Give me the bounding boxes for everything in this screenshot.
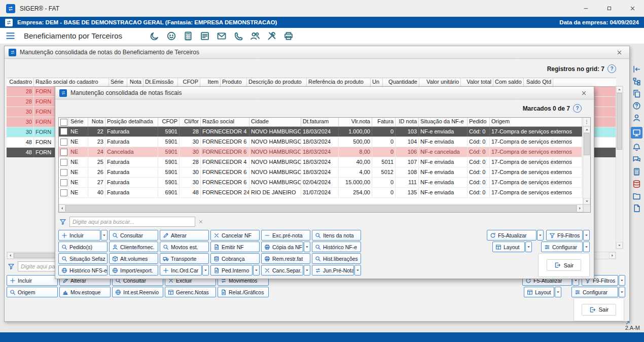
table-row[interactable]: NE24Cancelada590130FORNECEDOR 6NOVO HAMB…	[59, 147, 582, 157]
support-icon[interactable]	[166, 31, 176, 41]
col-clifor[interactable]: Cli/for	[180, 118, 201, 126]
scroll-up-button[interactable]	[616, 86, 623, 93]
transporte-button[interactable]: Transporte	[160, 253, 209, 264]
table-row[interactable]: NE27Faturada590130FORNECEDOR 6NOVO HAMBU…	[59, 178, 582, 188]
col-serie[interactable]: Série	[69, 118, 88, 126]
inc-ord-car-button[interactable]: Inc.Ord.Car	[160, 265, 202, 276]
pedido-s-button[interactable]: Pedido(s)	[58, 242, 108, 252]
menu-button[interactable]	[5, 30, 16, 41]
canc-separ-button[interactable]: Canc.Separ.	[261, 265, 303, 276]
alterar-button[interactable]: Alterar	[160, 230, 209, 241]
col-descricao[interactable]: Descrição do produto	[247, 78, 307, 86]
int-est-reenvio-button[interactable]: Int.est.Reenvio	[112, 287, 163, 297]
row-checkbox[interactable]	[60, 189, 67, 196]
help-icon[interactable]: ?	[607, 64, 616, 73]
scrollbar-thumb[interactable]	[617, 93, 622, 150]
org-structure-icon[interactable]	[632, 77, 641, 86]
scroll-right-button[interactable]	[609, 252, 616, 259]
row-checkbox[interactable]	[60, 149, 67, 156]
col-razao[interactable]: Razão social do cadastro	[34, 78, 109, 86]
copia-da-nf-dropdown[interactable]	[304, 242, 310, 252]
maximize-button[interactable]	[597, 0, 621, 17]
table-row[interactable]: NE25Faturada590128FORNECEDOR 4NOVO HAMBU…	[59, 157, 582, 167]
column-options-button[interactable]	[583, 118, 590, 126]
reports-icon[interactable]	[632, 204, 641, 213]
col-pedido[interactable]: Pedido	[468, 118, 490, 126]
minimize-button[interactable]	[574, 0, 597, 17]
scroll-left-button[interactable]	[59, 204, 65, 212]
moon-icon[interactable]	[150, 31, 160, 41]
col-nota[interactable]: Nota	[88, 118, 105, 126]
scroll-down-button[interactable]	[583, 198, 590, 204]
configurar-dropdown[interactable]	[583, 242, 590, 252]
col-idnota[interactable]: ID nota	[396, 118, 419, 126]
vertical-scrollbar[interactable]	[583, 118, 590, 204]
scroll-left-button[interactable]	[7, 252, 14, 259]
rem-restr-fat-button[interactable]: Rem.restr.fat	[261, 253, 310, 264]
scroll-up-button[interactable]	[583, 126, 590, 133]
col-fatura[interactable]: Fatura	[372, 118, 396, 126]
table-row[interactable]: NE40Faturada690148FORNECEDOR 24RIO DE JA…	[59, 188, 582, 198]
canc-separ-dropdown[interactable]	[304, 265, 310, 276]
col-dtemissao[interactable]: Dt.Emissão	[144, 78, 178, 86]
user-profile-icon[interactable]	[632, 114, 641, 122]
row-checkbox[interactable]	[60, 179, 67, 186]
configurar-dropdown[interactable]	[619, 287, 625, 297]
calculator-icon[interactable]	[632, 167, 641, 176]
incluir-button[interactable]: Incluir	[7, 275, 58, 286]
col-posicao[interactable]: Posição detalhada	[105, 118, 158, 126]
notifications-icon[interactable]	[632, 143, 641, 152]
col-quantidade[interactable]: Quantidade	[383, 78, 419, 86]
sair-button[interactable]: Sair	[582, 304, 617, 316]
gerenc-notas-button[interactable]: Gerenc.Notas	[165, 287, 216, 297]
sair-button[interactable]: Sair	[547, 259, 582, 271]
tools-icon[interactable]	[267, 31, 277, 41]
scroll-down-button[interactable]	[616, 242, 623, 249]
layout-dropdown[interactable]	[555, 287, 561, 297]
scroll-right-button[interactable]	[577, 204, 583, 212]
copy-screen-icon[interactable]	[632, 89, 641, 98]
users-icon[interactable]	[250, 31, 260, 41]
f5-atualizar-dropdown[interactable]	[537, 230, 544, 241]
historico-nfs-e-button[interactable]: Histórico NFS-e	[58, 265, 108, 276]
col-vlrunit[interactable]: Valor unitário	[419, 78, 461, 86]
vertical-scrollbar[interactable]	[616, 86, 623, 249]
col-saldoqtd[interactable]: Saldo Qtd	[524, 78, 553, 86]
f9-filtros-dropdown[interactable]	[619, 275, 625, 286]
form-icon[interactable]	[200, 31, 210, 41]
f9-filtros-dropdown[interactable]	[583, 230, 590, 241]
row-checkbox[interactable]	[60, 128, 67, 135]
remote-access-icon[interactable]	[631, 127, 642, 139]
ped-interno-dropdown[interactable]	[253, 265, 260, 276]
layout-dropdown[interactable]	[525, 242, 532, 252]
col-item[interactable]: Item	[200, 78, 221, 86]
col-cfop[interactable]: CFOP	[178, 78, 200, 86]
scrollbar-thumb[interactable]	[65, 205, 577, 212]
col-referencia[interactable]: Referência do produto	[307, 78, 371, 86]
itens-da-nota-button[interactable]: Itens da nota	[312, 230, 361, 241]
horizontal-scrollbar[interactable]	[59, 204, 583, 212]
filter-icon[interactable]	[59, 218, 66, 225]
col-vlr[interactable]: Vlr.nota	[339, 118, 372, 126]
relat-graficos-button[interactable]: Relat./Gráficos	[218, 287, 269, 297]
cancelar-nf-button[interactable]: Cancelar NF	[210, 230, 260, 241]
ped-interno-button[interactable]: Ped.Interno	[210, 265, 253, 276]
row-checkbox[interactable]	[60, 159, 67, 166]
layout-button[interactable]: Layout	[492, 242, 525, 252]
invoice-modal-close-button[interactable]	[578, 90, 590, 96]
f9-filtros-button[interactable]: F9-Filtros	[546, 230, 583, 241]
scrollbar-track[interactable]	[583, 155, 590, 198]
clear-search-button[interactable]	[198, 219, 203, 224]
printer-icon[interactable]	[283, 31, 294, 41]
configurar-button[interactable]: Configurar	[541, 242, 583, 252]
col-cadastro[interactable]: Cadastro	[7, 78, 34, 86]
col-origem[interactable]: Origem	[490, 118, 582, 126]
scrollbar-thumb[interactable]	[584, 133, 590, 155]
movtos-est-button[interactable]: Movtos est.	[160, 242, 209, 252]
table-row[interactable]: NE23Faturada590130FORNECEDOR 6NOVO HAMBU…	[59, 137, 582, 147]
search-input[interactable]	[69, 217, 195, 227]
help-icon[interactable]	[632, 101, 641, 110]
inc-ord-car-dropdown[interactable]	[202, 265, 209, 276]
col-produto[interactable]: Produto	[221, 78, 247, 86]
scrollbar-track[interactable]	[616, 150, 623, 242]
